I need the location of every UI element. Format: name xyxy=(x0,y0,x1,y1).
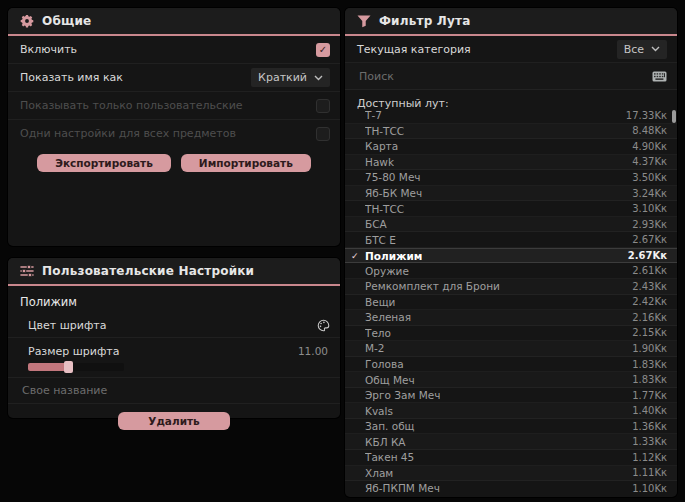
delete-button[interactable]: Удалить xyxy=(118,412,229,430)
search-input[interactable] xyxy=(357,69,646,84)
loot-row[interactable]: Kvals1.40Kк xyxy=(345,403,677,419)
loot-row[interactable]: Такен 451.12Kк xyxy=(345,450,677,466)
loot-item-name: Эрго Зам Меч xyxy=(365,389,440,401)
loot-item-name: Голова xyxy=(365,358,404,370)
loot-item-name: Яб-БК Меч xyxy=(365,187,422,199)
loot-row[interactable]: Оружие2.61Kк xyxy=(345,263,677,279)
loot-row[interactable]: Эрго Зам Меч1.77Kк xyxy=(345,388,677,404)
loot-panel-header: Фильтр Лута xyxy=(345,8,677,36)
check-icon: ✓ xyxy=(351,251,359,261)
gear-icon xyxy=(20,14,34,28)
loot-row[interactable]: БТС Е2.67Kк xyxy=(345,232,677,248)
palette-icon[interactable] xyxy=(317,319,330,332)
loot-row[interactable]: БСА2.93Kк xyxy=(345,217,677,233)
loot-item-value: 1.77Kк xyxy=(632,390,667,401)
loot-item-name: Hawk xyxy=(365,156,394,168)
font-size-slider[interactable] xyxy=(28,363,124,371)
same-settings-checkbox[interactable] xyxy=(316,127,330,141)
loot-item-name: ТН-ТСС xyxy=(365,203,404,215)
loot-item-value: 2.67Kк xyxy=(632,234,667,245)
loot-item-value: 1.40Kк xyxy=(632,405,667,416)
loot-row[interactable]: Т-717.33Kк xyxy=(345,108,677,124)
loot-item-value: 3.50Kк xyxy=(632,172,667,183)
loot-row[interactable]: Общ Меч1.83Kк xyxy=(345,372,677,388)
category-dropdown[interactable]: Все xyxy=(617,40,667,59)
category-value: Все xyxy=(624,43,644,56)
export-button[interactable]: Экспортировать xyxy=(37,154,171,172)
loot-item-value: 4.37Kк xyxy=(632,156,667,167)
loot-item-value: 2.93Kк xyxy=(632,219,667,230)
loot-item-name: Kvals xyxy=(365,405,393,417)
delete-row: Удалить xyxy=(8,412,340,430)
loot-list: Т-717.33KкТН-ТСС8.48KкКарта4.90KкHawk4.3… xyxy=(345,108,677,496)
name-mode-dropdown[interactable]: Краткий xyxy=(251,68,330,87)
custom-panel-header: Пользовательские Настройки xyxy=(8,258,340,286)
font-size-block: Размер шрифта 11.00 xyxy=(8,338,340,378)
loot-item-value: 8.48Kк xyxy=(632,125,667,136)
loot-filter-panel: Фильтр Лута Текущая категория Все xyxy=(345,8,677,497)
scrollbar[interactable] xyxy=(672,110,676,123)
loot-row[interactable]: Тело2.15Kк xyxy=(345,326,677,342)
loot-item-name: М-2 xyxy=(365,342,385,354)
loot-row[interactable]: Hawk4.37Kк xyxy=(345,155,677,171)
loot-item-value: 1.83Kк xyxy=(632,374,667,385)
custom-only-checkbox[interactable] xyxy=(316,99,330,113)
loot-row[interactable]: Яб-ПКПМ Меч1.10Kк xyxy=(345,481,677,496)
loot-item-name: КБЛ КА xyxy=(365,436,406,448)
loot-row[interactable]: Вещи2.42Kк xyxy=(345,295,677,311)
enable-checkbox[interactable]: ✓ xyxy=(316,43,330,57)
loot-row[interactable]: Зеленая2.16Kк xyxy=(345,310,677,326)
loot-item-name: Вещи xyxy=(365,296,395,308)
loot-row[interactable]: Карта4.90Kк xyxy=(345,139,677,155)
loot-row[interactable]: ТН-ТСС3.10Kк xyxy=(345,201,677,217)
loot-row[interactable]: Зап. общ1.36Kк xyxy=(345,419,677,435)
category-row: Текущая категория Все xyxy=(345,36,677,63)
setting-row-same-settings: Одни настройки для всех предметов xyxy=(8,120,340,147)
loot-item-name: ТН-ТСС xyxy=(365,125,404,137)
funnel-icon xyxy=(357,15,371,28)
loot-item-value: 17.33Kк xyxy=(626,110,667,121)
loot-item-name: Общ Меч xyxy=(365,374,415,386)
slider-fill xyxy=(28,363,66,371)
loot-row[interactable]: КБЛ КА1.33Kк xyxy=(345,434,677,450)
custom-name-input[interactable] xyxy=(20,383,328,398)
loot-panel-title: Фильтр Лута xyxy=(379,14,470,28)
loot-item-value: 1.90Kк xyxy=(632,343,667,354)
general-panel-title: Общие xyxy=(42,14,91,28)
setting-row-custom-only: Показывать только пользовательские xyxy=(8,92,340,120)
loot-row[interactable]: Хлам1.11Kк xyxy=(345,466,677,482)
loot-item-name: Ремкомплект для Брони xyxy=(365,280,500,292)
loot-row[interactable]: Ремкомплект для Брони2.43Kк xyxy=(345,279,677,295)
loot-item-name: Карта xyxy=(365,140,398,152)
check-icon: ✓ xyxy=(319,44,327,55)
keyboard-icon[interactable] xyxy=(652,71,667,82)
custom-only-label: Показывать только пользовательские xyxy=(20,99,243,112)
font-color-label: Цвет шрифта xyxy=(28,319,106,332)
loot-row[interactable]: Голова1.83Kк xyxy=(345,357,677,373)
loot-item-value: 2.16Kк xyxy=(632,312,667,323)
loot-item-value: 2.42Kк xyxy=(632,296,667,307)
import-button[interactable]: Импортировать xyxy=(181,154,311,172)
search-row xyxy=(345,63,677,90)
loot-row[interactable]: М-21.90Kк xyxy=(345,341,677,357)
loot-row[interactable]: ✓Полижим2.67Kк xyxy=(345,248,677,264)
loot-item-value: 1.10Kк xyxy=(632,483,667,494)
slider-grabber[interactable] xyxy=(64,361,73,373)
loot-item-value: 1.36Kк xyxy=(632,421,667,432)
loot-item-name: Хлам xyxy=(365,467,393,479)
loot-row[interactable]: ТН-ТСС8.48Kк xyxy=(345,124,677,140)
font-size-value: 11.00 xyxy=(298,345,330,357)
loot-row[interactable]: 75-80 Меч3.50Kк xyxy=(345,170,677,186)
loot-row[interactable]: Яб-БК Меч3.24Kк xyxy=(345,186,677,202)
setting-row-name-mode: Показать имя как Краткий xyxy=(8,64,340,92)
export-import-row: Экспортировать Импортировать xyxy=(8,154,340,172)
font-size-label: Размер шрифта xyxy=(28,345,120,358)
loot-item-name: Зап. общ xyxy=(365,420,415,432)
font-color-row[interactable]: Цвет шрифта xyxy=(8,313,340,338)
loot-item-name: БСА xyxy=(365,218,387,230)
loot-item-name: Полижим xyxy=(365,250,422,262)
loot-item-name: Т-7 xyxy=(365,109,382,121)
loot-item-value: 2.67Kк xyxy=(628,250,667,261)
custom-settings-panel: Пользовательские Настройки Полижим Цвет … xyxy=(8,258,340,418)
loot-item-value: 3.24Kк xyxy=(632,188,667,199)
